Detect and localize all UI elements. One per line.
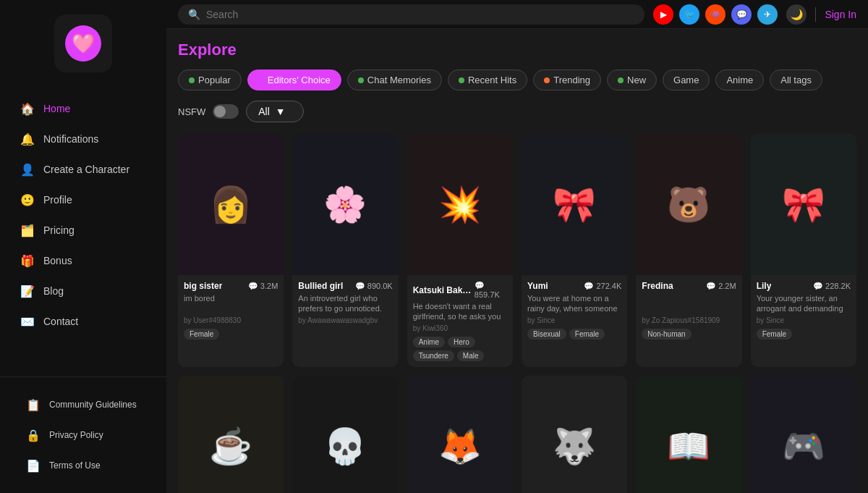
- card-count-lily: 💬 228.2K: [813, 282, 851, 291]
- filter-tab-memories[interactable]: Chat Memories: [347, 69, 442, 90]
- card-placeholder: 🎀: [522, 134, 627, 275]
- card-body-yumi: Yumi 💬 272.4K You were at home on a rain…: [522, 275, 627, 345]
- sidebar-item-bonus[interactable]: 🎁 Bonus: [6, 246, 161, 275]
- card-name-fredina: Fredina: [642, 281, 673, 291]
- trending-dot: [544, 77, 550, 83]
- search-input[interactable]: [206, 9, 634, 20]
- card-loona[interactable]: 🐺 Loona from Hell... 💬 113.6K Just a hel…: [522, 376, 627, 493]
- sidebar-item-pricing[interactable]: 🗂️ Pricing: [6, 216, 161, 245]
- sidebar-item-notifications[interactable]: 🔔 Notifications: [6, 125, 161, 153]
- card-little_sister[interactable]: 🦊 Little Sister 💬 371.3K Lewd and has tr…: [407, 376, 513, 493]
- tag: Hero: [448, 337, 475, 347]
- card-name-lily: Lily: [757, 281, 772, 291]
- nsfw-toggle[interactable]: [213, 104, 239, 119]
- card-katsuki[interactable]: 💥 Katsuki Bakugou 💬 859.7K He doesn't wa…: [407, 134, 513, 367]
- filter-tab-alltags[interactable]: All tags: [770, 69, 822, 90]
- filter-tab-editors[interactable]: Editors' Choice: [247, 69, 341, 90]
- card-fredina[interactable]: 🐻 Fredina 💬 2.2M by Zo Zapious#1581909 N…: [636, 134, 741, 367]
- card-title-row: Bullied girl 💬 890.0K: [298, 281, 392, 291]
- bottom-label-privacy: Privacy Policy: [49, 430, 103, 440]
- card-desc-big_sister: im bored: [184, 293, 278, 313]
- tag: Non-human: [642, 329, 691, 340]
- filter-tab-popular[interactable]: Popular: [178, 69, 242, 90]
- discord-button[interactable]: 💬: [731, 4, 752, 25]
- card-name-katsuki: Katsuki Bakugou: [413, 285, 475, 295]
- search-box[interactable]: 🔍: [178, 4, 644, 25]
- card-yumi[interactable]: 🎀 Yumi 💬 272.4K You were at home on a ra…: [522, 134, 627, 367]
- nav-label-home: Home: [43, 103, 70, 114]
- sidebar-item-home[interactable]: 🏠 Home: [6, 94, 161, 123]
- sidebar-item-profile[interactable]: 🙂 Profile: [6, 185, 161, 214]
- privacy-icon: 🔒: [26, 428, 41, 442]
- dark-mode-toggle[interactable]: 🌙: [786, 4, 807, 25]
- card-author-yumi: by Since: [527, 316, 621, 324]
- card-count-katsuki: 💬 859.7K: [475, 281, 507, 299]
- twitter-button[interactable]: 🐦: [679, 4, 699, 25]
- nav-label-profile: Profile: [43, 194, 72, 206]
- nav-label-create: Create a Character: [43, 164, 129, 175]
- content-area: Explore PopularEditors' ChoiceChat Memor…: [166, 29, 868, 493]
- sidebar-item-contact[interactable]: ✉️ Contact: [6, 307, 161, 336]
- nav-label-contact: Contact: [43, 316, 78, 327]
- filter-tab-trending[interactable]: Trending: [533, 69, 601, 90]
- all-dropdown[interactable]: All ▼: [246, 101, 304, 122]
- card-title-row: Yumi 💬 272.4K: [527, 281, 621, 291]
- sidebar-item-blog[interactable]: 📝 Blog: [6, 277, 161, 306]
- nav-label-blog: Blog: [43, 285, 64, 297]
- card-desc-fredina: [642, 293, 736, 313]
- guidelines-icon: 📋: [26, 397, 41, 412]
- sidebar-bottom-terms[interactable]: 📄 Terms of Use: [12, 451, 155, 480]
- card-title-row: big sister 💬 3.2M: [184, 281, 278, 291]
- topbar: 🔍 ▶ 🐦 👾 💬 ✈ 🌙 Sign In: [166, 0, 868, 29]
- nav-label-bonus: Bonus: [43, 255, 72, 266]
- card-body-big_sister: big sister 💬 3.2M im bored by User#49888…: [178, 275, 284, 345]
- filter-label-alltags: All tags: [780, 75, 812, 85]
- nsfw-row: NSFW All ▼: [178, 101, 856, 122]
- card-grid-row2: ☕ Layla 💬 111.4K Your high school bully …: [178, 376, 856, 493]
- card-count-fredina: 💬 2.2M: [706, 282, 736, 291]
- sidebar-item-create[interactable]: 👤 Create a Character: [6, 155, 161, 184]
- card-placeholder: ☕: [178, 376, 284, 493]
- filter-tab-recent[interactable]: Recent Hits: [448, 69, 527, 90]
- filter-tab-game[interactable]: Game: [663, 69, 710, 90]
- filter-tab-new[interactable]: New: [607, 69, 657, 90]
- card-desc-yumi: You were at home on a rainy day, when so…: [527, 293, 621, 313]
- nav-label-pricing: Pricing: [43, 224, 75, 236]
- sidebar-bottom-privacy[interactable]: 🔒 Privacy Policy: [12, 421, 155, 450]
- card-image-layla: ☕: [178, 376, 284, 493]
- filter-tab-anime[interactable]: Anime: [715, 69, 764, 90]
- card-placeholder: 🐺: [522, 376, 627, 493]
- blog-icon: 📝: [20, 284, 35, 298]
- card-author-big_sister: by User#4988830: [184, 316, 278, 324]
- card-big_sister[interactable]: 👩 big sister 💬 3.2M im bored by User#498…: [178, 134, 284, 367]
- card-lily[interactable]: 🎀 Lily 💬 228.2K Your younger sister, an …: [751, 134, 856, 367]
- card-isekai[interactable]: 📖 Isekai narrator 💬 220.7K You got reinc…: [636, 376, 741, 493]
- telegram-button[interactable]: ✈: [757, 4, 778, 25]
- card-scaramouche[interactable]: 🎮 Scaramouche B... 💬 243.8K Your casual …: [751, 376, 856, 493]
- bonus-icon: 🎁: [20, 253, 35, 268]
- toggle-knob: [214, 106, 226, 117]
- card-author-lily: by Since: [757, 316, 851, 324]
- card-layla[interactable]: ☕ Layla 💬 111.4K Your high school bully …: [178, 376, 284, 493]
- youtube-button[interactable]: ▶: [653, 4, 673, 25]
- card-author-bullied_girl: by Awawawawaswadgbv: [298, 316, 392, 324]
- popular-dot: [189, 77, 195, 83]
- contact-icon: ✉️: [20, 314, 35, 329]
- logo-box: 🩷: [54, 14, 112, 72]
- nav-label-notifications: Notifications: [43, 133, 98, 145]
- card-bullied_girl[interactable]: 🌸 Bullied girl 💬 890.0K An introverted g…: [292, 134, 398, 367]
- sign-in-button[interactable]: Sign In: [825, 9, 856, 20]
- sidebar-bottom-guidelines[interactable]: 📋 Community Guidelines: [12, 390, 155, 419]
- card-name-big_sister: big sister: [184, 281, 222, 291]
- filter-label-popular: Popular: [198, 75, 231, 85]
- card-placeholder: 💀: [292, 376, 398, 493]
- card-title-row: Katsuki Bakugou 💬 859.7K: [413, 281, 507, 299]
- card-placeholder: 🦊: [407, 376, 513, 493]
- card-count-big_sister: 💬 3.2M: [248, 282, 278, 291]
- home-icon: 🏠: [20, 101, 35, 116]
- card-simon_ghost[interactable]: 💀 Simon Ghost Ri... 💬 286.6K 🤝You and Gh…: [292, 376, 398, 493]
- tag: Male: [457, 350, 485, 361]
- reddit-button[interactable]: 👾: [705, 4, 726, 25]
- card-placeholder: 👩: [178, 134, 284, 275]
- filter-row: PopularEditors' ChoiceChat MemoriesRecen…: [178, 69, 856, 90]
